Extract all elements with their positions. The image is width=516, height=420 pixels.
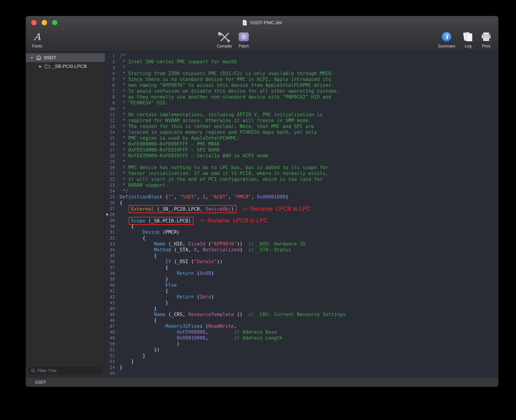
- code-line-text: Name (_CRS, ResourceTemplate () // _CRS:…: [117, 312, 346, 317]
- line-number: 11: [105, 112, 117, 118]
- code-line[interactable]: 38 Return (0x0B): [105, 270, 498, 276]
- code-line-text: * 0xFE020000~0xFE035FFF — SerialIo BAR i…: [117, 153, 268, 159]
- compile-button[interactable]: Compile: [217, 30, 232, 49]
- info-icon: i: [442, 32, 451, 42]
- code-line[interactable]: 23 * NVRAM support.: [105, 182, 498, 188]
- code-line-text: * required for NVRAM access. Otherwise i…: [117, 118, 311, 123]
- code-line-text: /*: [117, 53, 125, 59]
- line-number: 39: [105, 276, 117, 282]
- code-line[interactable]: 16 * 0xFE000000~0xFE00FFFF — PMC MBAR: [105, 141, 498, 147]
- code-line-text: Scope (_SB.PCI0.LPCB)<- Rename LPCB to L…: [117, 218, 268, 223]
- code-line[interactable]: 9 * "PCHRESV" UID.: [105, 100, 498, 106]
- log-button[interactable]: Log: [463, 30, 473, 49]
- code-line[interactable]: 32 {: [105, 235, 498, 241]
- code-line[interactable]: 11 * On certain implementations, includi…: [105, 112, 498, 118]
- disclosure-right-icon[interactable]: ▶: [38, 64, 43, 68]
- code-line[interactable]: 55: [105, 370, 498, 376]
- code-editor[interactable]: 1/*2 * Intel 300-series PMC support for …: [105, 52, 498, 377]
- sidebar-item-sb-pci0-lpcb[interactable]: ▶ _SB.PCI0.LPCB: [26, 62, 105, 71]
- code-line[interactable]: 20 * PMC device has nothing to do to LPC…: [105, 165, 498, 170]
- line-number: 17: [105, 147, 117, 153]
- code-line-text: If (_OSI ("Darwin")): [117, 259, 222, 264]
- status-bar: SSDT: [26, 377, 498, 387]
- filter-tree-input[interactable]: [29, 367, 102, 374]
- code-line[interactable]: 31 Device (PMCR): [105, 229, 498, 235]
- code-line-text: }: [117, 306, 157, 312]
- fonts-button[interactable]: A Fonts: [32, 30, 42, 49]
- code-line[interactable]: 15 * PMC region is used by AppleIntelPCH…: [105, 135, 498, 141]
- line-number: 25: [105, 194, 117, 200]
- line-number: 45: [105, 312, 117, 317]
- code-line[interactable]: 52 }: [105, 353, 498, 359]
- code-line[interactable]: 45 Name (_CRS, ResourceTemplate () // _C…: [105, 312, 498, 317]
- code-line[interactable]: 14 * located in separate memory regions …: [105, 129, 498, 135]
- code-line[interactable]: 34 Method (_STA, 0, NotSerialized) // _S…: [105, 247, 498, 253]
- code-line[interactable]: 6 * own naming "APP9876" to access this …: [105, 82, 498, 88]
- print-button[interactable]: Print: [481, 30, 492, 49]
- summary-button[interactable]: i Summary: [438, 30, 455, 49]
- code-line[interactable]: 49 0x00010000, // Address Length: [105, 335, 498, 341]
- line-number: 43: [105, 300, 117, 306]
- code-line[interactable]: 1/*: [105, 53, 498, 59]
- code-line[interactable]: 3 *: [105, 65, 498, 71]
- line-number: 14: [105, 129, 117, 135]
- line-number: 38: [105, 270, 117, 276]
- code-line[interactable]: 43 }: [105, 300, 498, 306]
- code-line-text: }: [117, 359, 134, 364]
- code-line[interactable]: 36 If (_OSI ("Darwin")): [105, 259, 498, 264]
- code-line[interactable]: 29 Scope (_SB.PCI0.LPCB)<- Rename LPCB t…: [105, 218, 498, 223]
- line-number: 29: [105, 218, 117, 223]
- home-icon: [36, 55, 42, 60]
- code-line[interactable]: 44 }: [105, 306, 498, 312]
- code-line-text: ): [117, 341, 180, 347]
- close-button[interactable]: [31, 20, 37, 25]
- code-line[interactable]: 22 * it will start in the end of PCI con…: [105, 176, 498, 182]
- code-line[interactable]: 4 * Starting from Z390 chipsets PMC (D31…: [105, 71, 498, 76]
- disclosure-down-icon[interactable]: ▼: [30, 56, 34, 60]
- code-line-text: Device (PMCR): [117, 229, 180, 235]
- code-line[interactable]: 40 Else: [105, 282, 498, 288]
- code-line-text: }: [117, 364, 122, 370]
- code-line[interactable]: 41 {: [105, 288, 498, 294]
- code-line[interactable]: 12 * required for NVRAM access. Otherwis…: [105, 118, 498, 123]
- code-line[interactable]: 19 *: [105, 159, 498, 165]
- code-line[interactable]: 21 * faster initialisation. If we add it…: [105, 170, 498, 176]
- code-line[interactable]: 8 * as they normally use another non-sta…: [105, 94, 498, 100]
- code-line[interactable]: 13 * The reason for this is rather uncle…: [105, 123, 498, 129]
- code-line[interactable]: 2 * Intel 300-series PMC support for mac…: [105, 59, 498, 65]
- code-line[interactable]: 10 *: [105, 106, 498, 112]
- line-number: 27: [105, 206, 117, 212]
- zoom-button[interactable]: [52, 20, 57, 25]
- annotation-text: <- Rename LPCB to LPC: [200, 217, 268, 224]
- code-line-text: * 0xFE000000~0xFE00FFFF — PMC MBAR: [117, 141, 220, 147]
- code-line[interactable]: 17 * 0xFE010000~0xFE010FFF — SPI BAR0: [105, 147, 498, 153]
- code-line[interactable]: 37 {: [105, 264, 498, 270]
- code-line[interactable]: 27 External (_SB_.PCI0.LPCB, DeviceObj)<…: [105, 206, 498, 212]
- code-line[interactable]: 18 * 0xFE020000~0xFE035FFF — SerialIo BA…: [105, 153, 498, 159]
- sidebar-item-ssdt[interactable]: ▼ SSDT: [26, 53, 105, 62]
- code-line[interactable]: 7 * To avoid confusion we disable this d…: [105, 88, 498, 94]
- summary-label: Summary: [438, 44, 455, 49]
- code-line[interactable]: 25DefinitionBlock ("", "SSDT", 2, "ACDT"…: [105, 194, 498, 200]
- code-line[interactable]: 35 {: [105, 253, 498, 259]
- code-line[interactable]: 47 Memory32Fixed (ReadWrite,: [105, 323, 498, 329]
- code-line[interactable]: 53 }: [105, 359, 498, 364]
- code-line[interactable]: 39 }: [105, 276, 498, 282]
- code-line[interactable]: 42 Return (Zero): [105, 294, 498, 300]
- patch-button[interactable]: Patch: [239, 30, 249, 49]
- code-line-text: *: [117, 106, 125, 112]
- code-line[interactable]: 50 ): [105, 341, 498, 347]
- code-line[interactable]: 5 * Since there is no standard device fo…: [105, 76, 498, 82]
- code-line[interactable]: 51 }): [105, 347, 498, 353]
- code-line[interactable]: 48 0xFE000000, // Address Base: [105, 329, 498, 335]
- code-line[interactable]: 24 */: [105, 188, 498, 194]
- minimize-button[interactable]: [42, 20, 47, 25]
- search-icon: [31, 369, 36, 374]
- code-line[interactable]: 54}: [105, 364, 498, 370]
- code-line-text: *: [117, 159, 125, 165]
- code-line[interactable]: 33 Name (_HID, EisaId ("APP9876")) // _H…: [105, 241, 498, 247]
- titlebar[interactable]: SSDT-PMC.dsl: [26, 16, 498, 29]
- line-number: 48: [105, 329, 117, 335]
- code-line[interactable]: 46 {: [105, 317, 498, 323]
- line-number: 41: [105, 288, 117, 294]
